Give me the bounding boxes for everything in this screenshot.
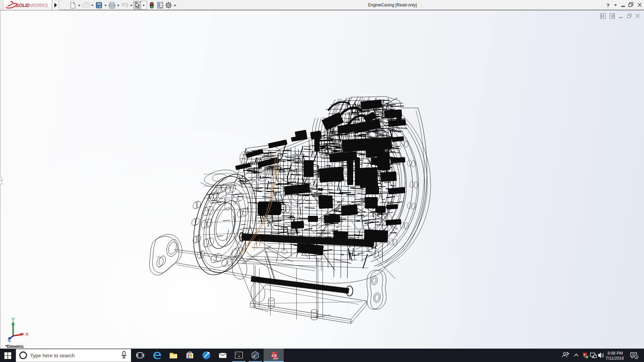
svg-text:SOLID: SOLID <box>16 3 30 8</box>
svg-text:S: S <box>584 354 585 356</box>
svg-text:3: 3 <box>635 356 637 359</box>
svg-text:2017: 2017 <box>273 357 278 360</box>
svg-text:WORKS: WORKS <box>30 3 48 8</box>
svg-text:Type here to search: Type here to search <box>30 353 75 358</box>
svg-text:3:08 PM: 3:08 PM <box>607 351 623 356</box>
svg-text:C:\: C:\ <box>236 353 240 356</box>
svg-text:7/11/2018: 7/11/2018 <box>605 356 624 361</box>
svg-text:?: ? <box>606 2 609 8</box>
